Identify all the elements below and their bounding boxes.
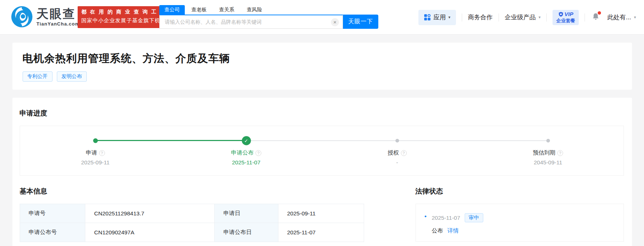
search-area: 查公司 查老板 查关系 查风险 × — [159, 5, 343, 29]
step-label: 申请公布 — [231, 149, 254, 157]
search-tab-relation[interactable]: 查关系 — [218, 5, 235, 15]
legal-status-heading: 法律状态 — [415, 187, 624, 196]
chevron-down-icon: ▾ — [634, 15, 636, 20]
search-tab-risk[interactable]: 查风险 — [246, 5, 263, 15]
field-label: 申请日 — [214, 204, 278, 223]
timeline-dot-pending — [395, 139, 399, 142]
field-label: 申请公布日 — [214, 223, 278, 242]
field-label: 申请公布号 — [20, 223, 85, 242]
search-button[interactable]: 天眼一下 — [343, 15, 378, 29]
clear-search-icon[interactable]: × — [331, 18, 339, 26]
status-badge[interactable]: 审中 — [465, 213, 483, 222]
legal-action-label: 公布 — [432, 227, 443, 234]
step-label: 申请 — [86, 149, 97, 157]
timeline-dot-pending — [546, 139, 550, 142]
patent-title-card: 电机余热利用管理系统、方法、介质及车辆 专利公开 发明公布 — [12, 43, 632, 90]
chevron-down-icon: ▾ — [448, 15, 450, 20]
nav-divider — [499, 13, 499, 22]
patent-detail-card: 申请进度 申请 ? 2025-09-11 ✓ 申请公布 ? 2025-11-07 — [12, 98, 632, 246]
patent-title: 电机余热利用管理系统、方法、介质及车辆 — [23, 51, 622, 66]
notification-dot — [598, 11, 601, 15]
header-nav: 应用 ▾ 商务合作 企业级产品 ▾ VIP 企业套餐 — [418, 0, 636, 35]
application-progress-timeline: 申请 ? 2025-09-11 ✓ 申请公布 ? 2025-11-07 授权 ? — [20, 126, 624, 176]
nav-enterprise-label: 企业级产品 — [505, 13, 536, 22]
step-label: 预估到期 — [533, 149, 555, 157]
field-label: 申请号 — [20, 204, 85, 223]
bullet-icon: • — [425, 213, 427, 235]
step-date: 2045-09-11 — [473, 159, 624, 166]
chevron-down-icon: ▾ — [539, 15, 541, 20]
vip-label: VIP — [565, 11, 573, 17]
vip-package-label: 企业套餐 — [556, 18, 575, 24]
table-row: 申请公布号 CN120902497A 申请公布日 2025-11-07 — [20, 223, 364, 242]
help-icon[interactable]: ? — [557, 150, 563, 156]
promo-banner-line2: 国家中小企业发展子基金旗下机构 — [81, 17, 169, 24]
top-header: 天眼查 TianYanCha.com 都在用的商业查询工具 国家中小企业发展子基… — [0, 0, 644, 35]
patent-tags: 专利公开 发明公布 — [23, 71, 622, 82]
basic-info-heading: 基本信息 — [20, 187, 371, 196]
vip-shield-icon — [558, 12, 563, 17]
vip-package-button[interactable]: VIP 企业套餐 — [553, 10, 579, 25]
basic-info-table: 申请号 CN202511298413.7 申请日 2025-09-11 申请公布… — [20, 204, 364, 242]
step-date: 2025-09-11 — [20, 159, 171, 166]
help-icon[interactable]: ? — [255, 150, 261, 156]
field-value: CN120902497A — [85, 223, 215, 242]
notification-bell-button[interactable] — [592, 12, 600, 22]
nav-divider — [546, 13, 547, 22]
nav-enterprise-products[interactable]: 企业级产品 ▾ — [505, 13, 541, 22]
list-item: • 2025-11-07 审中 公布 详情 — [425, 213, 616, 235]
nav-divider — [462, 13, 462, 22]
nav-more-label: 此处有... — [607, 13, 631, 22]
nav-apps-label: 应用 — [433, 13, 446, 22]
nav-apps-button[interactable]: 应用 ▾ — [418, 10, 456, 25]
details-link[interactable]: 详情 — [448, 227, 459, 234]
legal-status-section: 法律状态 • 2025-11-07 审中 公布 详情 — [415, 187, 624, 242]
tag-patent-publication[interactable]: 专利公开 — [23, 71, 52, 82]
search-tab-company[interactable]: 查公司 — [159, 5, 185, 15]
step-date: - — [322, 159, 473, 166]
timeline-dot-done — [93, 138, 98, 143]
tianyancha-logo[interactable]: 天眼查 TianYanCha.com — [11, 6, 80, 28]
basic-info-section: 基本信息 申请号 CN202511298413.7 申请日 2025-09-11… — [20, 187, 371, 242]
nav-divider — [585, 13, 585, 22]
check-circle-icon: ✓ — [242, 136, 251, 145]
tianyancha-eye-icon — [11, 6, 33, 28]
search-input[interactable] — [160, 15, 343, 28]
timeline-step-expiry: 预估到期 ? 2045-09-11 — [473, 126, 624, 175]
promo-banner: 都在用的商业查询工具 国家中小企业发展子基金旗下机构 — [78, 6, 173, 28]
legal-status-box: • 2025-11-07 审中 公布 详情 — [415, 204, 624, 242]
field-value: CN202511298413.7 — [85, 204, 215, 223]
search-tabs: 查公司 查老板 查关系 查风险 — [159, 5, 343, 15]
timeline-step-publication: ✓ 申请公布 ? 2025-11-07 — [171, 126, 322, 175]
logo-domain-text: TianYanCha.com — [36, 21, 80, 27]
logo-brand-text: 天眼查 — [36, 7, 80, 20]
nav-business-cooperation[interactable]: 商务合作 — [468, 13, 493, 22]
step-date: 2025-11-07 — [171, 159, 322, 166]
nav-more-menu[interactable]: 此处有... ▾ — [607, 13, 636, 22]
timeline-step-application: 申请 ? 2025-09-11 — [20, 126, 171, 175]
search-tab-boss[interactable]: 查老板 — [191, 5, 207, 15]
field-value: 2025-09-11 — [278, 204, 364, 223]
table-row: 申请号 CN202511298413.7 申请日 2025-09-11 — [20, 204, 364, 223]
progress-section-heading: 申请进度 — [12, 98, 632, 118]
help-icon[interactable]: ? — [99, 150, 105, 156]
tag-invention-publication[interactable]: 发明公布 — [57, 71, 87, 82]
promo-banner-line1: 都在用的商业查询工具 — [81, 9, 169, 15]
help-icon[interactable]: ? — [401, 150, 407, 156]
step-label: 授权 — [388, 149, 399, 157]
timeline-step-grant: 授权 ? - — [322, 126, 473, 175]
legal-status-date: 2025-11-07 — [432, 215, 460, 221]
apps-grid-icon — [424, 14, 431, 21]
field-value: 2025-11-07 — [278, 223, 364, 242]
